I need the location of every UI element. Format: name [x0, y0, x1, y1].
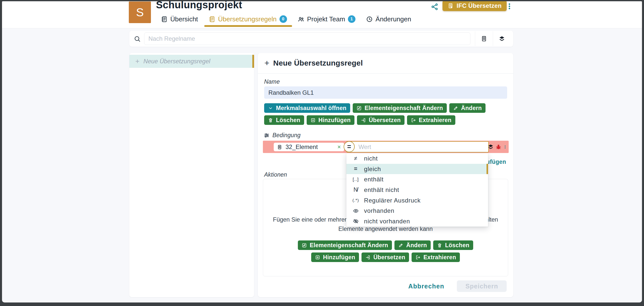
contains-icon: [..]: [352, 177, 360, 182]
condition-row: 32_Element × =: [263, 141, 509, 153]
elementeigenschaft-andern-button[interactable]: Elementeigenschaft Ändern: [353, 103, 447, 113]
plus-icon: +: [264, 58, 269, 68]
notes-icon: [161, 16, 168, 23]
sidebar-item-label: Neue Übersetzungsregel: [143, 58, 210, 65]
sidebar-item-new-rule[interactable]: + Neue Übersetzungsregel: [129, 55, 254, 68]
eye-off-icon: [352, 218, 360, 224]
condition-row-actions: [488, 141, 507, 153]
tab-projekt-team[interactable]: Projekt Team1: [297, 11, 356, 27]
share-icon[interactable]: [431, 3, 439, 11]
equals-icon: =: [352, 166, 360, 172]
plus-icon: +: [135, 57, 139, 65]
pencil-icon: [398, 243, 404, 248]
chip-label: 32_Element: [286, 143, 318, 150]
operator-option-nicht-vorhanden[interactable]: nicht vorhanden: [346, 216, 488, 227]
pencil-icon: [453, 106, 458, 111]
rule-editor-panel: + Neue Übersetzungsregel Name Merkmalsau…: [258, 53, 513, 297]
import-icon: [361, 118, 366, 123]
tab-uebersetzungsregeln[interactable]: Übersetzungsregeln0: [208, 11, 288, 27]
export-icon: [415, 255, 421, 260]
ubersetzen-button[interactable]: Übersetzen: [357, 115, 405, 125]
loschen-button[interactable]: Löschen: [264, 115, 304, 125]
hinzufugen-button[interactable]: Hinzufügen: [311, 252, 359, 262]
ifc-translate-button[interactable]: IFC Übersetzen: [442, 1, 507, 11]
notes-icon: [209, 16, 215, 23]
project-avatar: S: [129, 2, 151, 23]
trash-icon: [268, 118, 273, 123]
clock-icon: [366, 16, 373, 23]
operator-option-nicht[interactable]: ≠nicht: [346, 153, 488, 164]
edit-square-icon: [302, 243, 307, 248]
operator-selector[interactable]: =: [344, 141, 355, 152]
layers-icon: [499, 35, 505, 42]
app-window: S Schulungsprojekt ÜbersichtÜbersetzungs…: [2, 1, 642, 302]
document-icon: [277, 144, 282, 150]
operator-option-enthalt-nicht[interactable]: N̸enthält nicht: [346, 185, 488, 195]
sliders-icon: [264, 132, 270, 138]
extrahieren-button[interactable]: Extrahieren: [412, 252, 460, 262]
rule-search-input[interactable]: [144, 32, 470, 45]
plus-square-icon: [310, 118, 316, 123]
elementeigenschaft-andern-button[interactable]: Elementeigenschaft Ändern: [298, 240, 392, 250]
people-icon: [298, 16, 304, 23]
actions-section-label: Aktionen: [264, 171, 287, 178]
condition-property-chip[interactable]: 32_Element ×: [274, 143, 344, 151]
operator-option-enthalt[interactable]: [..]enthält: [346, 174, 488, 185]
merkmalsauswahl-offnen-button[interactable]: Merkmalsauswahl öffnen: [264, 103, 350, 113]
contains-not-icon: N̸: [352, 186, 360, 193]
not-equal-icon: ≠: [352, 155, 360, 162]
layers-view-button[interactable]: [493, 31, 511, 46]
hinzufugen-button[interactable]: Hinzufügen: [307, 115, 354, 125]
tab-uebersicht[interactable]: Übersicht: [160, 11, 198, 27]
name-label: Name: [264, 78, 280, 85]
rule-name-input[interactable]: [264, 86, 507, 99]
cancel-button[interactable]: Abbrechen: [408, 283, 444, 290]
editor-footer: Abbrechen Speichern: [408, 280, 507, 292]
eye-icon: [352, 208, 360, 214]
project-tabs: ÜbersichtÜbersetzungsregeln0Projekt Team…: [160, 11, 412, 27]
layers-icon[interactable]: [488, 144, 494, 150]
project-title: Schulungsprojekt: [156, 1, 242, 11]
feature-buttons: Merkmalsauswahl öffnenElementeigenschaft…: [264, 103, 508, 125]
editor-heading: + Neue Übersetzungsregel: [264, 58, 363, 68]
operator-option-gleich[interactable]: =gleich: [346, 164, 488, 174]
trash-icon: [437, 243, 442, 248]
import-icon: [365, 255, 371, 260]
operator-dropdown: ≠nicht=gleich[..]enthältN̸enthält nicht(…: [346, 153, 488, 227]
kebab-menu-icon[interactable]: [506, 2, 513, 11]
kebab-menu-icon[interactable]: [503, 143, 507, 150]
ubersetzen-button[interactable]: Übersetzen: [361, 252, 409, 262]
tab-badge: 1: [348, 15, 355, 23]
building-icon: [448, 3, 454, 9]
divider: [258, 73, 513, 74]
rule-search-bar: [129, 31, 513, 47]
action-buttons: Elementeigenschaft ÄndernÄndernLöschenHi…: [275, 240, 496, 262]
search-icon: [134, 35, 141, 42]
bug-icon[interactable]: [496, 144, 501, 150]
tab-aenderungen[interactable]: Änderungen: [366, 11, 412, 27]
operator-option-vorhanden[interactable]: vorhanden: [346, 206, 488, 216]
edit-square-icon: [356, 106, 362, 111]
project-header: S Schulungsprojekt ÜbersichtÜbersetzungs…: [2, 1, 642, 28]
close-icon[interactable]: ×: [337, 144, 341, 150]
save-button[interactable]: Speichern: [457, 280, 507, 292]
operator-option-regularer-ausdruck[interactable]: (.*)Regulärer Ausdruck: [346, 195, 488, 206]
loschen-button[interactable]: Löschen: [433, 240, 473, 250]
extrahieren-button[interactable]: Extrahieren: [407, 115, 455, 125]
regex-icon: (.*): [352, 198, 360, 203]
condition-value-input[interactable]: [346, 141, 489, 152]
document-icon: [481, 35, 487, 42]
rule-list-view-button[interactable]: [475, 31, 493, 46]
chevron-down-icon: [268, 106, 273, 111]
condition-section-label: Bedingung: [264, 132, 301, 139]
andern-button[interactable]: Ändern: [394, 240, 431, 250]
plus-square-icon: [315, 255, 320, 260]
ifc-translate-label: IFC Übersetzen: [457, 2, 502, 9]
tab-badge: 0: [279, 15, 287, 23]
rules-sidebar: + Neue Übersetzungsregel: [129, 53, 254, 297]
export-icon: [411, 118, 416, 123]
andern-button[interactable]: Ändern: [449, 103, 486, 113]
